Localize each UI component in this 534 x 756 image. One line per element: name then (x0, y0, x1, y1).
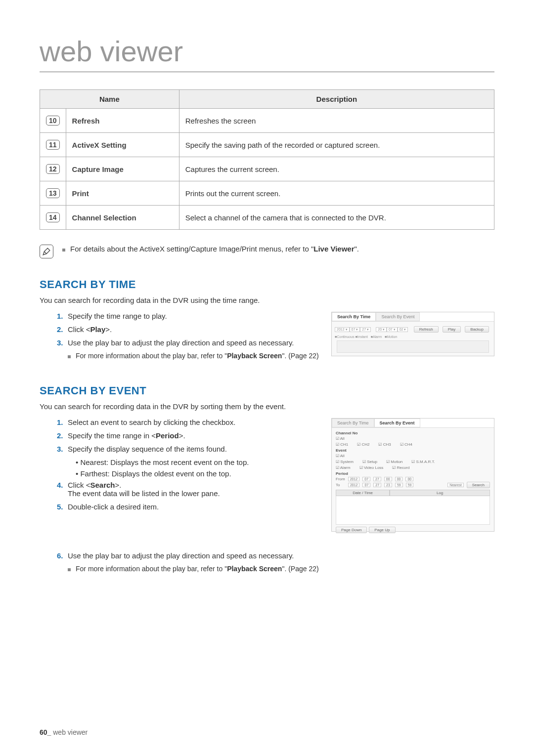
step-number: 3. (57, 445, 68, 453)
row-num-badge: 10 (46, 116, 60, 126)
step-number: 2. (57, 431, 68, 440)
table-row: 10 Refresh Refreshes the screen (40, 109, 494, 133)
tab-search-by-time[interactable]: Search By Time (332, 419, 374, 427)
pencil-icon (40, 245, 53, 258)
bullet-icon (68, 568, 71, 571)
results-list[interactable] (336, 496, 490, 525)
checkbox-ch4[interactable]: ☑ CH4 (400, 442, 412, 447)
tab-search-by-event[interactable]: Search By Event (374, 419, 420, 427)
checkbox-ch2[interactable]: ☑ CH2 (357, 442, 369, 447)
time-field[interactable]: 23 (384, 483, 392, 487)
table-row: 11 ActiveX Setting Specify the saving pa… (40, 133, 494, 157)
row-num-badge: 11 (46, 140, 60, 150)
step-text: Use the play bar to adjust the play dire… (68, 338, 324, 347)
step-number: 1. (57, 312, 68, 320)
checkbox-record[interactable]: ☑ Record (392, 465, 409, 470)
time-field[interactable]: 59 (406, 483, 414, 487)
row-name: Print (66, 181, 179, 206)
row-name: ActiveX Setting (66, 133, 179, 157)
section-intro: You can search for recording data in the… (40, 402, 494, 411)
step-text: Click <Play>. (68, 325, 324, 334)
table-row: 12 Capture Image Captures the current sc… (40, 157, 494, 181)
step-number: 2. (57, 325, 68, 334)
backup-button[interactable]: Backup (465, 326, 489, 333)
page-down-button[interactable]: Page Down (336, 527, 367, 533)
result-header-date: Date / Time (336, 490, 390, 496)
step-text: Specify the time range in <Period>. (68, 431, 324, 440)
timeline-bar[interactable] (337, 340, 489, 353)
checkbox-all-event[interactable]: ☑ All (336, 454, 345, 458)
screenshot-search-by-time: Search By Time Search By Event 2012 ▾07 … (331, 312, 494, 356)
date-field[interactable]: 2012 (348, 483, 360, 487)
row-desc: Select a channel of the camera that is c… (179, 206, 494, 230)
bullet-icon (68, 355, 71, 358)
step-number: 1. (57, 418, 68, 426)
page-up-button[interactable]: Page Up (369, 527, 395, 533)
date-field[interactable]: 07 (362, 477, 370, 481)
checkbox-ch3[interactable]: ☑ CH3 (378, 442, 391, 447)
period-label: Period (336, 471, 490, 476)
section-intro: You can search for recording data in the… (40, 296, 494, 304)
row-num-badge: 13 (46, 188, 60, 198)
date-field[interactable]: 27 (373, 477, 381, 481)
description-table: Name Description 10 Refresh Refreshes th… (40, 89, 494, 230)
refresh-button[interactable]: Refresh (414, 326, 439, 333)
step-text: Specify the time range to play. (68, 312, 324, 320)
table-header-name: Name (40, 90, 179, 109)
search-button[interactable]: Search (467, 482, 490, 488)
result-header-log: Log (390, 490, 490, 496)
sub-note-text: For more information about the play bar,… (76, 352, 319, 360)
note-callout: For details about the ActiveX setting/Ca… (40, 245, 494, 258)
page-title: web viewer (40, 35, 494, 68)
heading-search-by-event: SEARCH BY EVENT (40, 384, 494, 397)
row-name: Capture Image (66, 157, 179, 181)
step-text: Double-click a desired item. (68, 503, 324, 511)
date-field[interactable]: 27 (373, 483, 381, 487)
to-label: To (336, 483, 340, 487)
screenshot-search-by-event: Search By Time Search By Event Channel N… (331, 418, 494, 532)
from-label: From (336, 477, 345, 481)
title-underline (40, 72, 494, 72)
checkbox-motion[interactable]: ☑ Motion (386, 460, 402, 464)
checkbox-system[interactable]: ☑ System (336, 460, 354, 464)
row-name: Channel Selection (66, 206, 179, 230)
row-num-badge: 12 (46, 164, 60, 174)
row-desc: Refreshes the screen (179, 109, 494, 133)
heading-search-by-time: SEARCH BY TIME (40, 278, 494, 291)
time-field[interactable]: 59 (395, 483, 403, 487)
bullet-icon (62, 249, 65, 252)
checkbox-setup[interactable]: ☑ Setup (362, 460, 377, 464)
step-text: Use the play bar to adjust the play dire… (68, 551, 494, 560)
date-field[interactable]: 07 (362, 483, 370, 487)
checkbox-alarm[interactable]: ☑ Alarm (336, 465, 351, 470)
checkbox-smart[interactable]: ☑ S.M.A.R.T. (411, 460, 435, 464)
time-field[interactable]: 00 (395, 477, 403, 481)
page-footer: 60_ web viewer (40, 728, 88, 736)
tab-search-by-event[interactable]: Search By Event (376, 312, 420, 321)
table-row: 14 Channel Selection Select a channel of… (40, 206, 494, 230)
time-field[interactable]: 00 (405, 477, 413, 481)
sort-select[interactable]: Nearest (447, 483, 464, 487)
event-label: Event (336, 448, 490, 453)
channel-label: Channel No (336, 431, 490, 435)
time-field[interactable]: 00 (384, 477, 392, 481)
checkbox-ch1[interactable]: ☑ CH1 (336, 442, 348, 447)
play-button[interactable]: Play (443, 326, 461, 333)
note-text: For details about the ActiveX setting/Ca… (70, 245, 359, 253)
row-name: Refresh (66, 109, 179, 133)
table-row: 13 Print Prints out the current screen. (40, 181, 494, 206)
row-desc: Specify the saving path of the recorded … (179, 133, 494, 157)
step-text: Specify the display sequence of the item… (68, 445, 324, 453)
sub-note-text: For more information about the play bar,… (76, 565, 319, 573)
checkbox-all[interactable]: ☑ All (336, 436, 345, 441)
step-text: Select an event to search by clicking th… (68, 418, 324, 426)
sub-bullet: • Farthest: Displays the oldest event on… (76, 469, 324, 478)
sub-bullet: • Nearest: Displays the most recent even… (76, 458, 324, 466)
step-number: 6. (57, 551, 68, 560)
date-field[interactable]: 2012 (348, 477, 360, 481)
checkbox-videoloss[interactable]: ☑ Video Loss (359, 465, 384, 470)
step-number: 3. (57, 338, 68, 347)
tab-search-by-time[interactable]: Search By Time (332, 312, 376, 321)
table-header-desc: Description (179, 90, 494, 109)
step-number: 5. (57, 503, 68, 511)
